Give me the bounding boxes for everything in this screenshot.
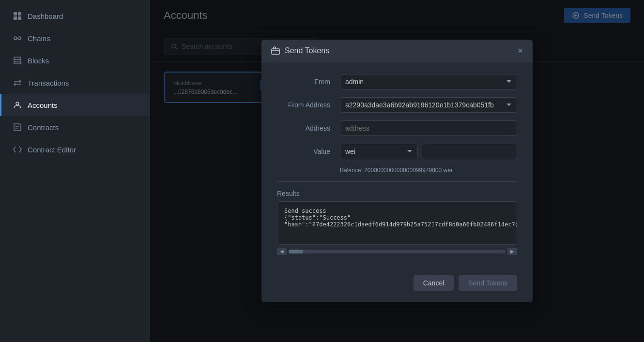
modal-header: Send Tokens × bbox=[261, 40, 533, 62]
contract-editor-icon bbox=[13, 145, 22, 154]
modal-close-button[interactable]: × bbox=[518, 46, 523, 55]
svg-rect-7 bbox=[14, 57, 21, 64]
dashboard-icon bbox=[13, 12, 22, 20]
sidebar-item-contract-editor[interactable]: Contract Editor bbox=[0, 138, 150, 161]
svg-rect-1 bbox=[18, 12, 21, 15]
sidebar-item-chains[interactable]: Chains bbox=[0, 27, 150, 49]
address-label: Address bbox=[277, 124, 340, 132]
svg-point-4 bbox=[14, 37, 17, 40]
sidebar-label-contract-editor: Contract Editor bbox=[28, 146, 76, 154]
sidebar-label-contracts: Contracts bbox=[28, 123, 59, 132]
modal-footer: Cancel Send Tokens bbox=[261, 268, 533, 302]
modal-overlay: Send Tokens × From admin user1 user2 Fro… bbox=[150, 0, 644, 342]
from-address-row: From Address a2290a3dae3a6b92ab9196120e1… bbox=[277, 97, 517, 113]
chains-icon bbox=[13, 34, 22, 43]
results-box: Send success {"status":"Success" "hash":… bbox=[277, 201, 517, 245]
main-content: Accounts Send Tokens Faucet blockbase ..… bbox=[150, 0, 644, 342]
address-row: Address bbox=[277, 120, 517, 136]
send-tokens-modal: Send Tokens × From admin user1 user2 Fro… bbox=[261, 40, 533, 302]
from-address-select[interactable]: a2290a3dae3a6b92ab9196120e1b1379cab051fb bbox=[340, 97, 517, 113]
transactions-icon bbox=[13, 78, 22, 87]
scrollbar-row: ◀ ▶ bbox=[277, 247, 517, 256]
value-row: Value wei gwei ether 20000 bbox=[277, 144, 517, 159]
address-input[interactable] bbox=[340, 120, 517, 136]
value-label: Value bbox=[277, 148, 340, 155]
svg-rect-2 bbox=[14, 16, 17, 20]
from-row: From admin user1 user2 bbox=[277, 74, 517, 89]
send-button[interactable]: Send Tokens bbox=[459, 275, 517, 291]
divider bbox=[277, 181, 517, 182]
svg-rect-20 bbox=[272, 49, 279, 54]
sidebar-label-dashboard: Dashboard bbox=[28, 12, 63, 20]
from-select[interactable]: admin user1 user2 bbox=[340, 74, 517, 89]
balance-text: Balance: 200000000000000099979000 wei bbox=[340, 167, 517, 174]
results-content: Send success {"status":"Success" "hash":… bbox=[284, 208, 510, 228]
sidebar-item-dashboard[interactable]: Dashboard bbox=[0, 5, 150, 27]
contracts-icon bbox=[13, 123, 22, 132]
blocks-icon bbox=[13, 56, 22, 65]
amount-input[interactable]: 20000 bbox=[422, 144, 517, 159]
scroll-left-button[interactable]: ◀ bbox=[277, 248, 287, 255]
sidebar-item-blocks[interactable]: Blocks bbox=[0, 49, 150, 72]
from-address-label: From Address bbox=[277, 101, 340, 109]
modal-title: Send Tokens bbox=[271, 46, 329, 55]
svg-point-5 bbox=[18, 37, 21, 40]
sidebar: Dashboard Chains Blocks Transactions Acc… bbox=[0, 0, 150, 342]
unit-select[interactable]: wei gwei ether bbox=[340, 144, 418, 159]
svg-rect-3 bbox=[18, 16, 21, 20]
accounts-icon bbox=[13, 101, 22, 109]
modal-body: From admin user1 user2 From Address a229… bbox=[261, 62, 533, 268]
scroll-track[interactable] bbox=[289, 250, 506, 253]
sidebar-item-contracts[interactable]: Contracts bbox=[0, 116, 150, 138]
sidebar-label-blocks: Blocks bbox=[28, 57, 49, 65]
scroll-thumb bbox=[289, 250, 303, 253]
sidebar-label-chains: Chains bbox=[28, 34, 50, 43]
sidebar-label-transactions: Transactions bbox=[28, 79, 69, 87]
sidebar-item-transactions[interactable]: Transactions bbox=[0, 72, 150, 94]
cancel-button[interactable]: Cancel bbox=[414, 275, 454, 291]
from-label: From bbox=[277, 78, 340, 86]
sidebar-label-accounts: Accounts bbox=[28, 101, 58, 109]
svg-rect-0 bbox=[14, 12, 17, 15]
results-label: Results bbox=[277, 190, 517, 197]
sidebar-item-accounts[interactable]: Accounts bbox=[0, 94, 150, 116]
modal-send-icon bbox=[271, 46, 280, 55]
scroll-right-button[interactable]: ▶ bbox=[507, 248, 517, 255]
svg-point-12 bbox=[16, 102, 19, 105]
